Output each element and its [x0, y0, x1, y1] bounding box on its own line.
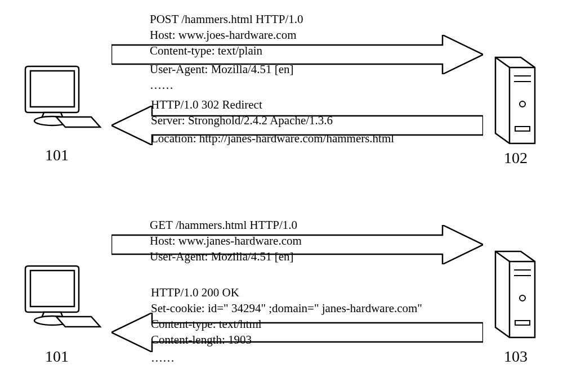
- req1-l2: Host: www.joes-hardware.com: [150, 28, 296, 42]
- client-bottom-label: 101: [45, 348, 69, 366]
- server-top-icon: [481, 51, 549, 152]
- server-bottom-icon: [481, 245, 549, 346]
- req1-l1: POST /hammers.html HTTP/1.0: [150, 12, 303, 26]
- req1-l4: User-Agent: Mozilla/4.51 [en]: [150, 62, 294, 76]
- client-top-icon: [11, 56, 104, 146]
- diagram-stage: 101 102 POST /hammers.html HTTP/1.0 Host…: [0, 0, 563, 392]
- resp2-l3: Content-type: text/html: [151, 317, 262, 331]
- resp2-l2: Set-cookie: id=" 34294" ;domain=" janes-…: [151, 301, 422, 316]
- req2-l2: Host: www.janes-hardware.com: [150, 234, 302, 248]
- req1-l3: Content-type: text/plain: [150, 44, 262, 58]
- server-top-label: 102: [504, 149, 528, 167]
- resp1-l3: Location: http://janes-hardware.com/hamm…: [151, 132, 394, 146]
- req2-l1: GET /hammers.html HTTP/1.0: [150, 218, 297, 232]
- server-bottom-label: 103: [504, 348, 528, 366]
- resp1-l2: Server: Stronghold/2.4.2 Apache/1.3.6: [151, 114, 333, 128]
- req1-l5: ……: [150, 78, 173, 92]
- svg-rect-0: [30, 71, 74, 107]
- resp2-l1: HTTP/1.0 200 OK: [151, 286, 239, 300]
- req2-l3: User-Agent: Mozilla/4.51 [en]: [150, 250, 294, 264]
- resp2-l5: ……: [151, 351, 175, 365]
- svg-rect-6: [30, 271, 74, 307]
- client-top-label: 101: [45, 146, 69, 164]
- resp2-l4: Content-length: 1903: [151, 333, 252, 347]
- client-bottom-icon: [11, 256, 104, 346]
- resp1-l1: HTTP/1.0 302 Redirect: [151, 98, 262, 112]
